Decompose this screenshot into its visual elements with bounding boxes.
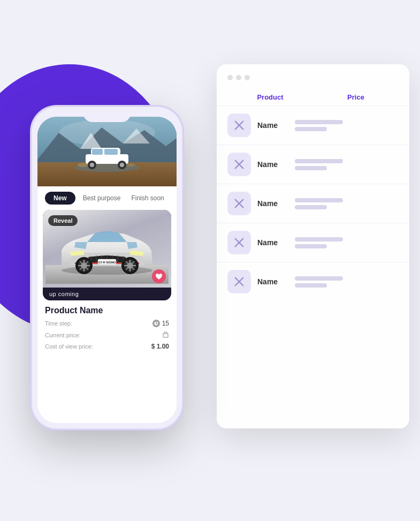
tab-best-purpose[interactable]: Best purpose xyxy=(80,192,124,205)
svg-line-54 xyxy=(156,323,157,324)
price-line-long xyxy=(295,198,343,202)
price-lines-2 xyxy=(295,159,399,170)
svg-rect-19 xyxy=(92,149,103,155)
product-name: Product Name xyxy=(45,306,169,315)
product-icon-4 xyxy=(227,231,251,254)
price-lines-3 xyxy=(295,198,399,209)
svg-point-28 xyxy=(62,266,152,275)
product-icon-1 xyxy=(227,114,251,137)
column-product: Product xyxy=(227,93,313,101)
tab-finish-soon[interactable]: Finish soon xyxy=(128,192,167,205)
product-info: Product Name Time step: 15 Current price xyxy=(37,300,177,360)
price-line-long xyxy=(295,120,343,124)
product-icon-3 xyxy=(227,192,251,215)
filter-tabs: New Best purpose Finish soon xyxy=(37,186,177,210)
hero-image xyxy=(37,117,177,186)
time-step-label: Time step: xyxy=(45,320,72,327)
desktop-card: Product Price Name Name xyxy=(217,64,409,428)
svg-rect-20 xyxy=(104,149,118,155)
product-image: GT-R NISMO Reveal xyxy=(43,210,171,288)
table-row: Name xyxy=(217,106,409,145)
heart-button[interactable] xyxy=(152,269,166,283)
window-controls xyxy=(217,75,409,89)
product-icon-5 xyxy=(227,270,251,293)
price-line-long xyxy=(295,237,343,241)
table-row: Name xyxy=(217,223,409,262)
cost-view-row: Cost of view price: $ 1.00 xyxy=(45,343,169,350)
product-name-2: Name xyxy=(257,160,284,169)
window-dot-1 xyxy=(227,75,233,80)
svg-point-22 xyxy=(90,163,94,167)
price-lines-5 xyxy=(295,276,399,288)
reveal-badge: Reveal xyxy=(48,215,78,226)
upcoming-label: up coming xyxy=(43,288,171,300)
table-row: Name xyxy=(217,184,409,223)
column-price: Price xyxy=(313,93,399,101)
product-name-5: Name xyxy=(257,277,284,286)
time-step-row: Time step: 15 xyxy=(45,320,169,327)
price-line-long xyxy=(295,276,343,281)
phone-mockup: New Best purpose Finish soon xyxy=(32,107,182,428)
price-line-short xyxy=(295,283,327,288)
cost-label: Cost of view price: xyxy=(45,343,93,350)
svg-point-26 xyxy=(127,163,135,167)
price-line-long xyxy=(295,159,343,163)
product-name-1: Name xyxy=(257,121,284,130)
price-line-short xyxy=(295,244,327,248)
svg-text:GT-R NISMO: GT-R NISMO xyxy=(98,261,116,264)
price-lines-4 xyxy=(295,237,399,248)
clock-icon xyxy=(152,320,160,327)
tab-new[interactable]: New xyxy=(45,192,75,205)
svg-rect-55 xyxy=(163,334,168,337)
price-line-short xyxy=(295,205,327,209)
window-dot-3 xyxy=(245,75,250,80)
current-price-label: Current price: xyxy=(45,332,81,338)
lock-icon xyxy=(162,330,169,339)
current-price-row: Current price: xyxy=(45,330,169,339)
product-card: GT-R NISMO Reveal up coming xyxy=(43,210,171,300)
table-row: Name xyxy=(217,145,409,184)
product-name-3: Name xyxy=(257,199,284,208)
table-header: Product Price xyxy=(217,89,409,106)
price-lines-1 xyxy=(295,120,399,131)
svg-point-25 xyxy=(78,163,88,167)
price-line-short xyxy=(295,127,327,131)
product-name-4: Name xyxy=(257,238,284,247)
current-price-icon xyxy=(162,330,169,339)
product-icon-2 xyxy=(227,153,251,176)
phone-notch xyxy=(83,107,131,122)
time-step-value: 15 xyxy=(152,320,169,327)
phone-content: New Best purpose Finish soon xyxy=(37,117,177,423)
table-row: Name xyxy=(217,262,409,301)
svg-point-24 xyxy=(120,163,124,167)
price-line-short xyxy=(295,166,327,170)
cost-value: $ 1.00 xyxy=(151,343,169,350)
window-dot-2 xyxy=(236,75,241,80)
